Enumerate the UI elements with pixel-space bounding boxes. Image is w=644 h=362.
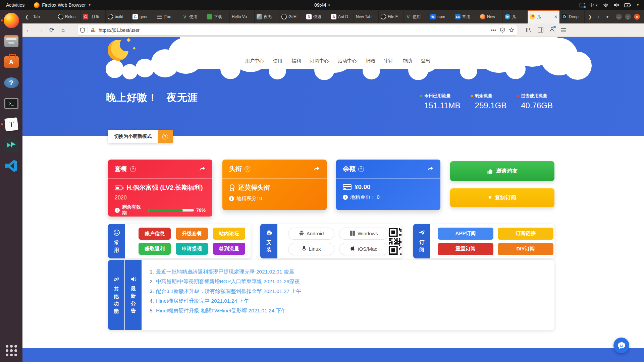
browser-tab[interactable]: [Too [155,10,180,23]
close-button[interactable]: ✕ [634,14,640,20]
tab-close-icon[interactable]: ✕ [554,14,557,19]
invite-friends-button[interactable]: 邀请鸡友 [450,161,554,181]
platform-button-iOS/Mac[interactable]: iOS/Mac [339,243,389,255]
page-actions-icon[interactable]: ••• [491,27,496,33]
quick-button-申请提现[interactable]: 申请提现 [176,243,208,255]
forward-button[interactable]: → [35,25,45,35]
browser-tab[interactable]: New [478,10,503,23]
announcement-link[interactable]: 最近一批地精邀請返利提現已提現處理完畢 2021.02.01 凌晨 [156,267,294,277]
scroll-tabs-left-button[interactable]: ❮ [22,10,31,23]
scroll-tabs-right-button[interactable]: ❯ [586,14,594,19]
dock-item-file-manager[interactable] [0,31,22,52]
quick-button-站内论坛[interactable]: 站内论坛 [213,228,245,240]
nav-link-登出[interactable]: 登出 [421,58,430,64]
account-icon[interactable] [549,27,555,34]
new-tab-button[interactable]: + [595,14,603,19]
share-icon[interactable] [427,166,434,172]
share-icon[interactable] [313,166,320,172]
system-tray[interactable]: 中 ▼ ▼ [580,2,644,8]
quick-button-赚取返利[interactable]: 赚取返利 [139,243,171,255]
question-icon[interactable]: ? [245,166,250,172]
clock[interactable]: 09:44 [314,2,330,8]
dock-item-text-editor[interactable]: T [0,114,22,135]
other-functions-tab[interactable]: 其他功能 [108,260,125,330]
app-menu[interactable]: Firefox Web Browser ▼ [31,2,94,8]
bookmark-star-icon[interactable] [509,27,514,33]
back-button[interactable]: ← [24,25,34,35]
chat-widget-button[interactable] [613,338,629,353]
nav-link-订阅中心[interactable]: 订阅中心 [310,58,329,64]
mode-switch-button[interactable]: 切换为小萌新模式 ? [108,130,173,143]
browser-tab[interactable]: 知npm [428,10,453,23]
url-text[interactable]: https://j01.best/user [99,27,488,33]
dock-item-vscode[interactable] [0,156,22,176]
question-icon[interactable]: ? [130,166,136,172]
platform-button-Linux[interactable]: Linux [288,243,334,255]
subscribe-button-DIY订阅[interactable]: DIY订阅 [498,243,553,255]
dock-item-dev-tool[interactable] [0,135,22,156]
browser-tab[interactable]: build [106,10,130,23]
reload-button[interactable]: ⟳ [47,25,57,35]
dock-item-software-installer[interactable]: A [0,52,22,72]
menu-hamburger-icon[interactable] [561,28,566,33]
browser-tab[interactable]: Hello Vu [230,10,255,23]
lock-warning-icon[interactable] [91,27,96,33]
library-icon[interactable] [526,27,532,33]
browser-tab[interactable]: D快速 [304,10,329,23]
browser-tab[interactable]: EB常用 [453,10,478,23]
browser-tab[interactable]: V使用 [404,10,428,23]
announcement-link[interactable]: 中高短期/中等長期套餐新增BGP入口華東專線 2021.01.29深夜 [156,277,300,286]
nav-link-审计[interactable]: 审计 [384,58,393,64]
quick-panel-tab[interactable]: 常用 [108,224,125,258]
browser-tab[interactable]: 夜无 [255,10,279,23]
browser-tab[interactable]: New Tab [354,10,379,23]
nav-link-帮助[interactable]: 帮助 [402,58,412,64]
minimize-button[interactable]: — [616,14,622,20]
share-icon[interactable] [199,166,206,172]
browser-tab[interactable]: File F [379,10,404,23]
quick-button-账户信息[interactable]: 账户信息 [139,228,171,240]
browser-tab[interactable]: Tab [31,10,56,23]
quick-button-升级套餐[interactable]: 升级套餐 [176,228,208,240]
browser-tab[interactable]: 下载 [205,10,230,23]
subscribe-panel-tab[interactable]: 订阅 [413,224,430,258]
shield-icon[interactable] [80,27,85,33]
browser-tab[interactable]: V使用 [180,10,205,23]
announcement-link[interactable]: Hinet機房硬件升級完畢 2021.01.24 下午 [156,296,249,306]
show-applications-button[interactable] [0,342,22,359]
subscribe-button-APP订阅[interactable]: APP订阅 [438,228,493,240]
browser-tab[interactable]: C【Ub [81,10,106,23]
dock-item-terminal[interactable]: >_ [0,93,22,114]
dock-item-firefox[interactable] [0,10,22,31]
pocket-shield-icon[interactable] [500,27,505,33]
nav-link-捐赠[interactable]: 捐赠 [366,58,375,64]
announcement-link[interactable]: 配合3.1新版本升級，所有餘額調整到抵扣金幣 2021.01.27 上午 [156,286,301,296]
browser-tab[interactable]: GitH [279,10,304,23]
browser-tab[interactable]: DDeep [560,10,585,23]
mode-switch-help-button[interactable]: ? [158,130,173,143]
activities-button[interactable]: Activities [0,2,31,8]
browser-tab[interactable]: Ggenr [130,10,155,23]
subscribe-button-订阅链接[interactable]: 订阅链接 [498,228,553,240]
url-bar[interactable]: https://j01.best/user ••• [77,25,517,35]
maximize-button[interactable]: ◻ [625,14,631,20]
browser-tab[interactable]: 几✕ [528,10,560,23]
mode-switch-label[interactable]: 切换为小萌新模式 [108,130,158,143]
nav-link-福利[interactable]: 福利 [291,58,301,64]
browser-tab[interactable]: AAnt D [329,10,354,23]
home-button[interactable]: ⌂ [58,25,68,35]
sidebar-icon[interactable] [538,27,543,33]
browser-tab[interactable]: 几 [503,10,528,23]
subscribe-button-重置订阅[interactable]: 重置订阅 [438,243,493,255]
question-icon[interactable]: ? [358,166,364,172]
tab-list-button[interactable]: ▼ [603,15,611,19]
nav-link-使用[interactable]: 使用 [273,58,282,64]
announcement-link[interactable]: Hinet機房硬件升級 相關TWHinet受影響 2021.01.24 下午 [156,306,286,315]
latest-announcements-tab[interactable]: 最新公告 [125,260,142,330]
browser-tab[interactable]: Relea [56,10,81,23]
nav-link-活动中心[interactable]: 活动中心 [338,58,357,64]
copy-subscription-button[interactable]: ♥ 复制订阅 [450,188,554,207]
nav-link-用户中心[interactable]: 用户中心 [245,58,264,64]
install-panel-tab[interactable]: 安装 [260,224,277,258]
quick-button-签到流量[interactable]: 签到流量 [213,243,245,255]
